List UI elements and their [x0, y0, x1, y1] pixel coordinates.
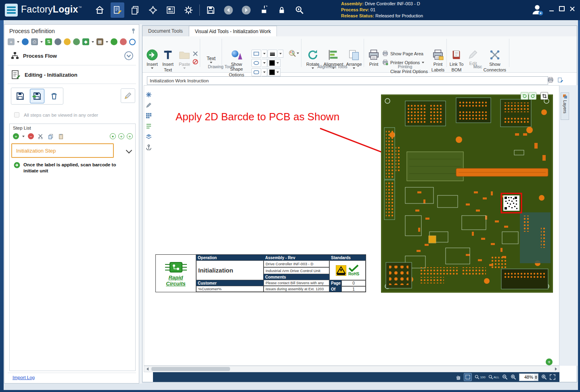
- record-icon[interactable]: [129, 39, 136, 45]
- layers-icon: [563, 94, 567, 99]
- rounded-dropdown-icon[interactable]: [262, 68, 267, 76]
- list-tool-icon[interactable]: [145, 123, 152, 130]
- work-instruction-label[interactable]: Rapid Circuits Operation Assembly - Rev …: [155, 254, 366, 292]
- person-icon[interactable]: [54, 38, 61, 45]
- print-process-icon[interactable]: ⎙: [31, 38, 38, 45]
- wizard-icon[interactable]: [64, 38, 71, 45]
- expand-all-icon[interactable]: +: [118, 133, 124, 139]
- scroll-right-button[interactable]: [553, 366, 559, 372]
- minimize-button[interactable]: [549, 6, 554, 11]
- fit-page-icon[interactable]: [550, 373, 555, 381]
- crop-icon[interactable]: [540, 92, 548, 100]
- user-icon[interactable]: [531, 3, 544, 16]
- publish-icon[interactable]: [22, 38, 29, 45]
- documents-icon[interactable]: [128, 2, 142, 18]
- panel-splitter[interactable]: [139, 24, 142, 384]
- reports-icon[interactable]: [164, 2, 178, 18]
- add-process-icon[interactable]: +: [8, 38, 15, 45]
- tab-visual-aid-tools[interactable]: Visual Aid Tools - Initialization Work: [189, 26, 277, 37]
- layers-tool-icon[interactable]: [145, 133, 152, 140]
- pin-icon[interactable]: [130, 28, 136, 34]
- show-shape-options-button[interactable]: Show ShapeOptions: [224, 49, 249, 77]
- any-order-checkbox: [14, 112, 19, 117]
- selected-step-item[interactable]: Initialization Step: [11, 143, 114, 158]
- document-header: [142, 76, 577, 85]
- zoom-spinner[interactable]: [534, 374, 538, 381]
- assembly-value-2: Industrial Arm Drive Control Unit: [264, 267, 329, 274]
- block-icon[interactable]: [193, 59, 198, 65]
- start-icon[interactable]: [111, 38, 117, 45]
- text-dropdown[interactable]: Text: [202, 49, 220, 63]
- rounded-shape-icon[interactable]: [251, 68, 261, 76]
- tab-document-tools[interactable]: Document Tools: [142, 26, 189, 36]
- any-order-label: All steps can be viewed in any order: [24, 113, 98, 117]
- rotate-right-icon[interactable]: [529, 92, 536, 100]
- document-canvas[interactable]: Apply 2D Barcde to PCB as Shown: [144, 85, 559, 366]
- line-style-dropdown-icon[interactable]: [278, 50, 283, 58]
- zoom-level-input[interactable]: [519, 374, 534, 381]
- save-icon[interactable]: [204, 2, 218, 18]
- scroll-left-button[interactable]: [144, 366, 151, 372]
- marquee-select-icon[interactable]: [464, 373, 472, 381]
- operation-value: Initialization: [196, 260, 264, 280]
- add-button[interactable]: [546, 358, 553, 365]
- export-flow-icon[interactable]: ◆: [82, 38, 89, 45]
- edit-button: Edit: [466, 49, 480, 66]
- anchor-tool-icon[interactable]: [145, 144, 152, 151]
- pan-hand-icon[interactable]: [455, 373, 461, 381]
- annotate-tool-icon[interactable]: [145, 102, 152, 109]
- tools-icon[interactable]: ▦: [96, 38, 103, 45]
- sync-icon[interactable]: ⇅: [45, 38, 52, 45]
- zoom-100-button[interactable]: 100: [475, 373, 485, 381]
- maximize-button[interactable]: [559, 6, 565, 11]
- settings-gear-icon[interactable]: [182, 2, 195, 18]
- grid-tool-icon[interactable]: [145, 112, 152, 119]
- horizontal-scrollbar[interactable]: [144, 366, 559, 372]
- delete-step-button[interactable]: [47, 89, 61, 103]
- lock-icon[interactable]: [275, 2, 289, 18]
- search-step-icon[interactable]: ●: [110, 133, 116, 139]
- group-label-alignment: Alignment Tools: [301, 64, 364, 69]
- paste-icon[interactable]: [57, 133, 64, 140]
- layers-tab[interactable]: Layers: [561, 92, 569, 120]
- copy-icon[interactable]: [47, 133, 54, 140]
- rectangle-dropdown-icon[interactable]: [262, 50, 267, 58]
- show-page-area-button[interactable]: Show Page Area: [382, 50, 428, 57]
- rectangle-shape-icon[interactable]: [251, 50, 261, 58]
- close-button[interactable]: [570, 6, 575, 11]
- document-title-input[interactable]: [147, 76, 548, 85]
- pcb-image[interactable]: [381, 94, 553, 293]
- process-editor-icon[interactable]: [111, 2, 124, 18]
- home-icon[interactable]: [93, 2, 107, 18]
- edit-title-icon[interactable]: [557, 76, 564, 84]
- delete-shape-icon[interactable]: [193, 51, 198, 57]
- collapse-flow-icon[interactable]: [124, 51, 133, 60]
- add-step-icon[interactable]: +: [13, 133, 19, 139]
- paint-tool[interactable]: [289, 50, 299, 57]
- edit-step-button[interactable]: [121, 88, 135, 103]
- audit-search-icon[interactable]: [293, 2, 306, 18]
- collapse-all-icon[interactable]: +: [127, 133, 133, 139]
- import-log-link[interactable]: Import Log: [13, 375, 35, 380]
- step-chevron-icon[interactable]: [127, 148, 131, 154]
- rohs-text: RoHS: [348, 272, 359, 276]
- zoom-out-icon[interactable]: [502, 373, 508, 381]
- save-step-button[interactable]: [13, 89, 27, 103]
- stop-icon[interactable]: [120, 38, 127, 45]
- line-style-icon[interactable]: [268, 50, 277, 58]
- rotate-left-icon[interactable]: [521, 92, 528, 100]
- zoom-all-button[interactable]: ALL: [488, 373, 499, 381]
- remove-step-icon[interactable]: −: [28, 133, 34, 139]
- pan-tool-icon[interactable]: [145, 91, 152, 98]
- fill-color-picker[interactable]: [268, 68, 281, 76]
- unlock-icon[interactable]: [257, 2, 271, 18]
- import-step-button[interactable]: [30, 89, 44, 103]
- navigator-icon[interactable]: [146, 2, 160, 18]
- zoom-in-icon[interactable]: [511, 373, 516, 381]
- page-setup-icon[interactable]: [547, 76, 554, 84]
- team-icon[interactable]: [73, 38, 80, 45]
- scroll-thumb[interactable]: [151, 367, 230, 371]
- cut-icon[interactable]: [37, 133, 44, 140]
- zoom-selection-icon[interactable]: [541, 373, 547, 381]
- annotation-text[interactable]: Apply 2D Barcde to PCB as Shown: [176, 111, 339, 123]
